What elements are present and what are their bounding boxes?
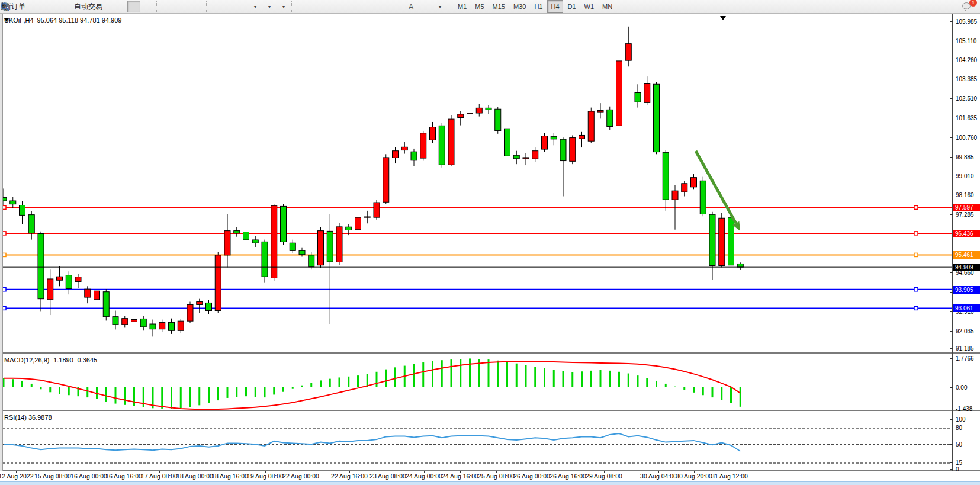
- chevron-down-icon: ▾: [439, 4, 441, 9]
- cursor-tool-button[interactable]: [298, 1, 311, 12]
- line-endpoint-handle[interactable]: [914, 288, 918, 291]
- candle: [224, 231, 230, 255]
- text-label-tool-button[interactable]: T: [419, 1, 432, 12]
- macd-panel[interactable]: [0, 354, 953, 411]
- timeframe-button-MN[interactable]: MN: [599, 0, 616, 13]
- timeframe-button-M5[interactable]: M5: [471, 0, 487, 13]
- axis-tick-mark: [950, 469, 953, 470]
- candle: [122, 319, 128, 325]
- candle: [570, 138, 576, 162]
- autotrading-button[interactable]: 自动交易: [72, 1, 105, 12]
- macd-tick: 0.00: [956, 384, 967, 391]
- price-axis-line: [952, 14, 953, 471]
- auto-scroll-button[interactable]: [213, 1, 226, 12]
- level-price-badge: 95.461: [953, 251, 980, 259]
- candle: [281, 206, 287, 242]
- timeframe-button-W1[interactable]: W1: [581, 0, 598, 13]
- collapse-ohlc-icon[interactable]: [4, 18, 9, 23]
- axis-tick-mark: [950, 272, 953, 273]
- line-endpoint-handle[interactable]: [914, 205, 918, 209]
- crosshair-tool-button[interactable]: [312, 1, 325, 12]
- candle: [551, 136, 557, 139]
- candle: [309, 255, 314, 267]
- bottom-scroll-strip[interactable]: [0, 481, 980, 485]
- toolbar-separator: [448, 1, 452, 12]
- price-tick: 98.160: [956, 191, 974, 199]
- line-endpoint-handle[interactable]: [914, 253, 918, 256]
- timeframe-button-H1[interactable]: H1: [531, 0, 546, 13]
- rsi-panel[interactable]: [0, 412, 953, 471]
- line-chart-mode-button[interactable]: [142, 1, 155, 12]
- axis-tick-mark: [950, 176, 953, 176]
- candle: [737, 264, 743, 267]
- search-icon[interactable]: [947, 1, 960, 12]
- candle: [206, 303, 212, 310]
- candle: [635, 92, 641, 102]
- horizontal-line-tool-button[interactable]: [348, 1, 361, 12]
- timeframe-button-M15[interactable]: M15: [489, 0, 509, 13]
- timeframe-button-M30[interactable]: M30: [510, 0, 529, 13]
- time-label: 25 Aug 08:00: [478, 473, 515, 480]
- fibonacci-tool-button[interactable]: F: [390, 1, 403, 12]
- current-price-badge: 94.909: [953, 264, 980, 271]
- indicators-button[interactable]: ▾: [248, 1, 261, 12]
- signal-icon[interactable]: [57, 1, 70, 12]
- bar-chart-mode-button[interactable]: [113, 1, 126, 12]
- candle: [131, 320, 137, 322]
- panel-separator[interactable]: [0, 352, 980, 354]
- order-book-icon[interactable]: [29, 1, 42, 12]
- time-label: 18 Aug 00:00: [176, 473, 213, 480]
- candle: [169, 322, 175, 330]
- vertical-line-tool-button[interactable]: [333, 1, 346, 12]
- line-endpoint-handle[interactable]: [914, 306, 918, 310]
- main-price-panel[interactable]: [0, 14, 953, 354]
- axis-tick-mark: [950, 348, 953, 349]
- line-endpoint-handle[interactable]: [914, 232, 918, 235]
- candle: [383, 158, 389, 202]
- trading-terminal-window: 新订单 自动交易: [0, 0, 980, 485]
- time-label: 30 Aug 20:00: [676, 473, 712, 480]
- panel-separator[interactable]: [0, 410, 980, 412]
- timeframe-button-H4[interactable]: H4: [547, 0, 563, 13]
- candle: [85, 289, 91, 297]
- candle: [560, 139, 566, 160]
- arrows-tool-button[interactable]: ▾: [433, 1, 446, 12]
- timeframes-menu-button[interactable]: ▾: [262, 1, 275, 12]
- candle: [299, 250, 305, 254]
- zoom-in-button[interactable]: [163, 1, 176, 12]
- chart-window: UKOil-,H4 95.064 95.118 94.781 94.909 MA…: [0, 14, 980, 485]
- candle: [420, 133, 426, 158]
- templates-button[interactable]: ▾: [277, 1, 290, 12]
- time-label: 22 Aug 16:00: [331, 473, 368, 480]
- toolbar: 新订单 自动交易: [0, 0, 980, 14]
- price-tick: 101.635: [956, 114, 977, 122]
- candle: [719, 218, 725, 265]
- time-label: 19 Aug 08:00: [247, 473, 284, 480]
- notifications-button[interactable]: 1: [961, 1, 974, 12]
- time-label: 23 Aug 08:00: [369, 473, 406, 480]
- candle: [393, 151, 399, 158]
- channel-tool-button[interactable]: E: [376, 1, 389, 12]
- candle: [178, 321, 184, 330]
- candlestick-mode-button[interactable]: [127, 1, 140, 12]
- price-tick: 99.885: [956, 153, 974, 161]
- tile-windows-button[interactable]: [191, 1, 204, 12]
- candle: [616, 61, 622, 126]
- chevron-down-icon: ▾: [254, 4, 256, 9]
- candle: [597, 110, 603, 112]
- candle: [486, 108, 491, 110]
- price-tick: 102.510: [956, 95, 977, 102]
- level-price-badge: 96.436: [953, 230, 980, 237]
- chart-shift-button[interactable]: [227, 1, 240, 12]
- text-tool-button[interactable]: A: [404, 1, 417, 12]
- candle: [336, 227, 342, 262]
- candle: [243, 232, 249, 239]
- chart-shift-marker[interactable]: [720, 16, 726, 20]
- trendline-tool-button[interactable]: [362, 1, 375, 12]
- axis-tick-mark: [950, 462, 953, 463]
- candle: [728, 217, 734, 265]
- timeframe-button-D1[interactable]: D1: [564, 0, 580, 13]
- zoom-out-button[interactable]: [177, 1, 190, 12]
- timeframe-button-M1[interactable]: M1: [454, 0, 470, 13]
- market-watch-icon[interactable]: [43, 1, 56, 12]
